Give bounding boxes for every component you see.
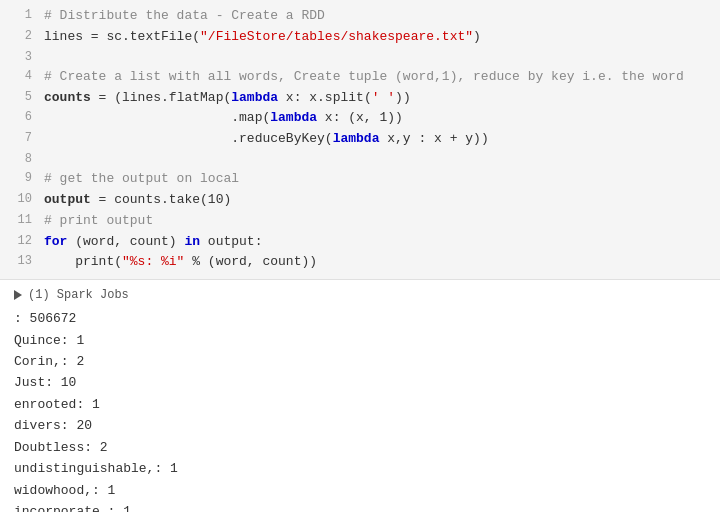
output-line-9: incorporate.: 1 <box>14 501 706 512</box>
output-line-4: enrooted: 1 <box>14 394 706 415</box>
line-num-1: 1 <box>8 6 32 25</box>
line-num-12: 12 <box>8 232 32 251</box>
code-line-2: 2 lines = sc.textFile("/FileStore/tables… <box>0 27 720 48</box>
line-num-5: 5 <box>8 88 32 107</box>
code-line-12: 12 for (word, count) in output: <box>0 232 720 253</box>
code-line-13: 13 print("%s: %i" % (word, count)) <box>0 252 720 273</box>
output-line-3: Just: 10 <box>14 372 706 393</box>
code-line-4: 4 # Create a list with all words, Create… <box>0 67 720 88</box>
line-num-11: 11 <box>8 211 32 230</box>
code-text-11: # print output <box>44 211 153 232</box>
code-text-2: lines = sc.textFile("/FileStore/tables/s… <box>44 27 481 48</box>
output-line-5: divers: 20 <box>14 415 706 436</box>
code-text-10: output = counts.take(10) <box>44 190 231 211</box>
output-line-8: widowhood,: 1 <box>14 480 706 501</box>
expand-triangle-icon[interactable] <box>14 290 22 300</box>
output-line-2: Corin,: 2 <box>14 351 706 372</box>
spark-jobs-row[interactable]: (1) Spark Jobs <box>14 288 706 302</box>
code-line-1: 1 # Distribute the data - Create a RDD <box>0 6 720 27</box>
spark-jobs-label: (1) Spark Jobs <box>28 288 129 302</box>
code-text-7: .reduceByKey(lambda x,y : x + y)) <box>44 129 489 150</box>
line-num-7: 7 <box>8 129 32 148</box>
line-num-10: 10 <box>8 190 32 209</box>
code-editor: 1 # Distribute the data - Create a RDD 2… <box>0 0 720 280</box>
output-line-6: Doubtless: 2 <box>14 437 706 458</box>
line-num-9: 9 <box>8 169 32 188</box>
code-line-11: 11 # print output <box>0 211 720 232</box>
output-line-0: : 506672 <box>14 308 706 329</box>
code-text-9: # get the output on local <box>44 169 239 190</box>
output-line-1: Quince: 1 <box>14 330 706 351</box>
line-num-13: 13 <box>8 252 32 271</box>
code-text-5: counts = (lines.flatMap(lambda x: x.spli… <box>44 88 411 109</box>
code-text-12: for (word, count) in output: <box>44 232 262 253</box>
code-text-1: # Distribute the data - Create a RDD <box>44 6 325 27</box>
code-text-4: # Create a list with all words, Create t… <box>44 67 684 88</box>
code-line-6: 6 .map(lambda x: (x, 1)) <box>0 108 720 129</box>
line-num-8: 8 <box>8 150 32 169</box>
code-line-5: 5 counts = (lines.flatMap(lambda x: x.sp… <box>0 88 720 109</box>
code-line-9: 9 # get the output on local <box>0 169 720 190</box>
code-line-8: 8 <box>0 150 720 169</box>
line-num-2: 2 <box>8 27 32 46</box>
line-num-4: 4 <box>8 67 32 86</box>
code-line-7: 7 .reduceByKey(lambda x,y : x + y)) <box>0 129 720 150</box>
output-line-7: undistinguishable,: 1 <box>14 458 706 479</box>
output-block: (1) Spark Jobs : 506672 Quince: 1 Corin,… <box>0 280 720 512</box>
code-text-13: print("%s: %i" % (word, count)) <box>44 252 317 273</box>
code-line-10: 10 output = counts.take(10) <box>0 190 720 211</box>
code-line-3: 3 <box>0 48 720 67</box>
code-text-6: .map(lambda x: (x, 1)) <box>44 108 403 129</box>
line-num-6: 6 <box>8 108 32 127</box>
line-num-3: 3 <box>8 48 32 67</box>
